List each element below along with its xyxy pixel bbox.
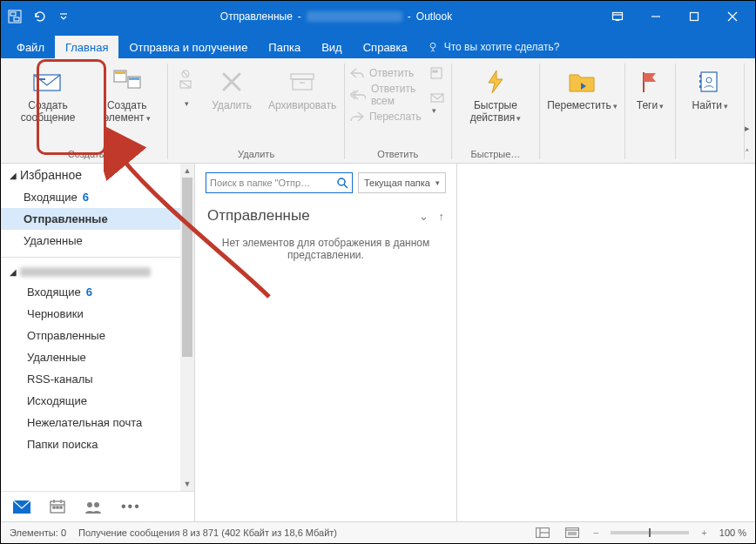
sort-direction-icon[interactable]: ↑ [439,210,445,223]
tab-home[interactable]: Главная [55,36,118,58]
acct-inbox[interactable]: Входящие 6 [1,281,194,303]
switch-people-icon[interactable] [84,500,102,514]
ribbon-group-respond-label: Ответить [377,149,418,161]
window-title: Отправленные - - Outlook [72,10,600,23]
ribbon-group-delete-label: Удалить [238,149,274,161]
svg-line-21 [180,81,191,88]
switch-more-icon[interactable]: ••• [121,499,141,514]
acct-deleted[interactable]: Удаленные [1,346,194,368]
zoom-level: 100 % [719,527,746,538]
tab-view[interactable]: Вид [311,36,353,58]
svg-rect-29 [435,71,437,72]
meeting-icon[interactable] [430,67,446,79]
acct-search-folders[interactable]: Папки поиска [1,433,194,455]
fav-inbox-label: Входящие [24,191,78,204]
view-normal-icon[interactable] [534,526,551,540]
collapse-ribbon-icon[interactable]: ˄ [745,148,750,159]
chevron-down-icon: ▾ [659,102,664,111]
ribbon-scroll-right-icon[interactable]: ▸ [745,123,750,134]
more-respond-icon[interactable]: ▾ [430,91,446,116]
search-input[interactable]: Поиск в папке "Отправ… [206,172,353,193]
acct-rss[interactable]: RSS-каналы [1,368,194,390]
acct-outbox[interactable]: Исходящие [1,390,194,412]
sort-dropdown-icon[interactable]: ⌄ [419,210,429,223]
svg-rect-27 [431,68,442,78]
new-email-button[interactable]: Создать сообщение [10,64,86,127]
scroll-down-icon[interactable]: ▼ [180,477,194,491]
scroll-thumb[interactable] [182,178,192,357]
find-button[interactable]: Найти▾ [681,64,739,115]
app-icon[interactable] [6,8,24,25]
reply-all-button[interactable]: Ответить всем [350,83,422,107]
svg-rect-28 [433,71,435,72]
tell-me[interactable]: Что вы хотите сделать? [418,36,569,58]
zoom-slider[interactable] [611,531,689,534]
tab-folder[interactable]: Папка [258,36,311,58]
ignore-menu-button[interactable]: ▾ [173,64,198,111]
maximize-button[interactable] [677,4,712,29]
tab-help[interactable]: Справка [353,36,418,58]
fav-sent-label: Отправленные [24,212,108,225]
title-bar: Отправленные - - Outlook [1,1,755,32]
quick-steps-label: Быстрые действия [470,99,517,124]
window-title-folder: Отправленные [220,10,293,23]
new-email-label: Создать сообщение [11,99,84,124]
ribbon-group-new-label: Создать [68,149,105,161]
nav-scrollbar[interactable]: ▲ ▼ [180,164,194,491]
flag-icon [640,67,659,97]
tab-send-receive[interactable]: Отправка и получение [118,36,258,58]
search-scope-dropdown[interactable]: Текущая папка ▾ [358,172,446,193]
zoom-in-button[interactable]: + [701,527,706,538]
svg-rect-45 [60,507,62,508]
tags-button[interactable]: Теги▾ [630,64,670,115]
forward-icon [350,111,364,122]
svg-rect-33 [701,72,717,91]
zoom-out-button[interactable]: − [593,527,598,538]
acct-junk[interactable]: Нежелательная почта [1,412,194,433]
undo-icon[interactable] [30,8,48,25]
ribbon-group-quick-label: Быстрые… [471,149,521,161]
account-header[interactable]: ◢ [1,263,194,281]
svg-rect-1 [10,12,16,16]
switch-mail-icon[interactable] [13,500,30,514]
svg-line-19 [183,71,188,77]
svg-rect-15 [115,71,125,74]
delete-button[interactable]: Удалить [203,64,260,115]
new-item-button[interactable]: Создать элемент▾ [91,64,162,127]
chevron-down-icon: ▾ [146,114,151,123]
svg-point-48 [338,178,345,185]
view-reading-icon[interactable] [564,526,581,540]
chevron-down-icon: ▾ [435,178,440,187]
fav-deleted[interactable]: Удаленные [1,230,194,252]
ribbon-tabs: Файл Главная Отправка и получение Папка … [1,32,755,58]
folder-pane: ◢ Избранное Входящие 6 Отправленные Удал… [1,164,195,521]
scroll-up-icon[interactable]: ▲ [180,164,194,178]
delete-x-icon [219,67,245,97]
archive-button[interactable]: Архивировать [266,64,339,115]
fav-inbox-count: 6 [83,191,89,204]
svg-point-46 [87,502,92,507]
close-button[interactable] [715,4,750,29]
empty-message: Нет элементов для отображения в данном п… [195,230,456,268]
acct-drafts[interactable]: Черновики [1,303,194,325]
move-label: Переместить [547,99,611,111]
svg-point-10 [430,43,435,48]
tab-file[interactable]: Файл [6,36,55,58]
quick-steps-button[interactable]: Быстрые действия▾ [456,64,534,127]
reply-button[interactable]: Ответить [350,67,422,79]
svg-rect-36 [699,80,701,83]
fav-sent[interactable]: Отправленные [1,208,194,230]
switch-calendar-icon[interactable] [50,500,65,514]
favorites-header[interactable]: ◢ Избранное [1,164,194,186]
move-button[interactable]: Переместить▾ [545,64,619,115]
acct-search-folders-label: Папки поиска [27,438,98,451]
forward-button[interactable]: Переслать [350,111,422,123]
minimize-button[interactable] [638,4,673,29]
forward-label: Переслать [369,111,422,123]
svg-rect-17 [129,77,139,80]
acct-sent[interactable]: Отправленные [1,325,194,346]
window-title-app: Outlook [416,10,452,23]
ribbon-display-options-icon[interactable] [600,4,635,29]
fav-inbox[interactable]: Входящие 6 [1,186,194,208]
qat-dropdown-icon[interactable] [55,8,72,25]
